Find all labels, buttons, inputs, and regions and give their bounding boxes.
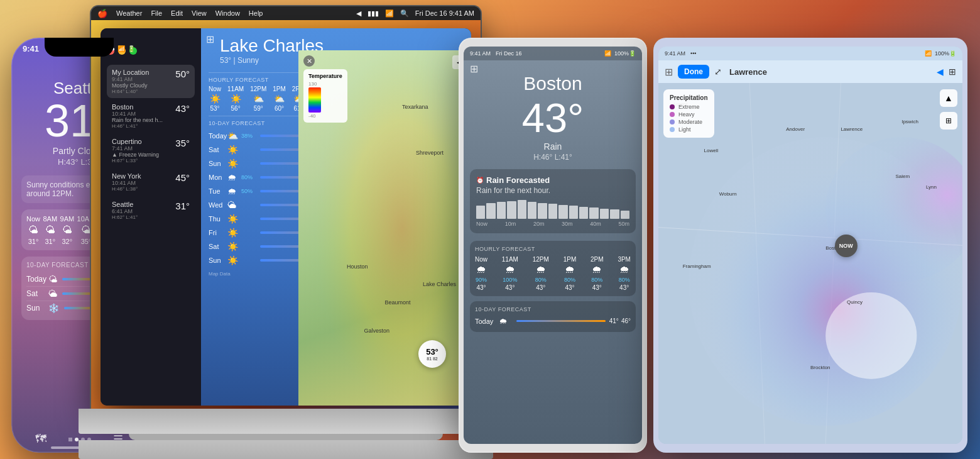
- legend-title: Temperature: [308, 73, 342, 79]
- map-city-andover: Andover: [786, 126, 805, 132]
- sidebar-loc-hilo: H:67° L:33°: [112, 158, 190, 163]
- daily-icon: ☀️: [227, 241, 241, 252]
- ipad-hourly-item: 1PM 🌧 80% 43°: [564, 256, 577, 291]
- forecast-icon: ❄️: [48, 303, 59, 313]
- map-city-galveston: Galveston: [364, 328, 390, 334]
- nav-arrow-icon: ▲: [944, 93, 953, 103]
- rain-bar: [497, 202, 506, 219]
- expand-icon[interactable]: ⤢: [714, 67, 722, 77]
- map-close-button[interactable]: ✕: [303, 55, 315, 67]
- macbook-base: [79, 409, 493, 434]
- wifi-status: 📶: [385, 9, 394, 18]
- sidebar-location-cupertino[interactable]: 35° Cupertino 7:41 AM ▲ Freeze Warning H…: [107, 134, 195, 167]
- menu-help[interactable]: Help: [249, 9, 263, 17]
- map-icon[interactable]: 🗺: [35, 433, 46, 446]
- menu-view[interactable]: View: [192, 9, 207, 17]
- weather-app-window: 50° My Location 9:41 AM Mostly Cloudy H:…: [101, 28, 471, 406]
- ipad-hourly-row: Now 🌧 90% 43° 11AM 🌧 100% 43° 12PM 🌧 80%…: [475, 256, 631, 291]
- forecast-day: Sun: [26, 304, 48, 312]
- hour-time: Now: [475, 256, 487, 263]
- sidebar-loc-condition: ▲ Freeze Warning: [112, 152, 190, 158]
- sidebar-temp: 50°: [175, 69, 190, 79]
- sidebar-loc-condition: Mostly Cloudy: [112, 82, 190, 89]
- hour-label: 9AM: [60, 215, 75, 223]
- sidebar-loc-hilo: H:46° L:41°: [112, 123, 190, 129]
- map-city-houston: Houston: [347, 263, 368, 270]
- rain-bar: [558, 205, 567, 219]
- hour-icon: 🌤: [28, 224, 38, 236]
- weather-main-content: ⊞ Lake Charles 53° | Sunny HOURLY FORECA…: [201, 28, 471, 406]
- sidebar-location-my-location[interactable]: 50° My Location 9:41 AM Mostly Cloudy H:…: [107, 65, 195, 98]
- menu-file[interactable]: File: [151, 9, 162, 17]
- location-nav-icon[interactable]: ◀: [937, 67, 944, 77]
- daily-day: Sun: [209, 160, 227, 167]
- macbook-device: 🍎 Weather File Edit View Window Help ◀ ▮…: [79, 0, 493, 459]
- ipad-map-toolbar: ⊞ Done ⤢ Lawrence ◀ ⊞: [658, 60, 962, 83]
- ipad-hourly-item: 2PM 🌧 80% 43°: [591, 256, 604, 291]
- rain-bar: [507, 201, 516, 219]
- hour-pct: 80%: [564, 277, 575, 283]
- daily-day: Sat: [209, 243, 227, 250]
- rain-forecast-title: Rain Forecasted: [486, 175, 550, 185]
- map-location-button[interactable]: ▲: [940, 89, 957, 107]
- map-right-buttons: ◀ ⊞: [937, 67, 956, 77]
- ipad-forecast-row: Today 🌧 41° 46°: [475, 315, 631, 327]
- forecast-hi: 46°: [621, 318, 631, 324]
- daily-icon: 🌧: [227, 186, 241, 196]
- hour-time: 1PM: [564, 256, 577, 263]
- svg-point-7: [825, 292, 917, 379]
- apple-menu-icon[interactable]: 🍎: [97, 9, 107, 18]
- sidebar-location-boston[interactable]: 43° Boston 10:41 AM Rain for the next h.…: [107, 99, 195, 133]
- battery-icon: 🔋: [128, 45, 135, 52]
- ipad-date: Fri Dec 16: [496, 50, 522, 57]
- ipad-time: 9:41 AM: [470, 50, 491, 57]
- sidebar-loc-hilo: H:62° L:41°: [112, 214, 190, 220]
- legend-extreme: Extreme: [670, 104, 708, 110]
- rain-forecast-subtitle: Rain for the next hour.: [476, 186, 629, 195]
- bubble-sub: 81 82: [427, 357, 438, 361]
- daily-day: Sat: [209, 146, 227, 153]
- ipad-forecast-section: 10-DAY FORECAST Today 🌧 41° 46°: [470, 301, 636, 332]
- sidebar-location-seattle[interactable]: 31° Seattle 6:41 AM H:62° L:41°: [107, 197, 195, 224]
- hour-icon: 🌤: [45, 224, 55, 236]
- legend-val: 130: [308, 81, 342, 87]
- hour-time: Now: [209, 86, 221, 92]
- menu-weather[interactable]: Weather: [116, 9, 142, 17]
- sidebar-toggle-icon[interactable]: ⊞: [665, 66, 673, 78]
- map-layers-button[interactable]: ⊞: [940, 112, 957, 130]
- spotlight-icon[interactable]: 🔍: [400, 9, 409, 18]
- moderate-label: Moderate: [678, 119, 702, 125]
- sidebar-location-newyork[interactable]: 45° New York 10:41 AM H:46° L:38°: [107, 169, 195, 196]
- sidebar-temp: 45°: [175, 172, 190, 183]
- ipad-sidebar-toggle[interactable]: ⊞: [470, 63, 478, 75]
- ipad-city: Boston: [464, 60, 642, 94]
- now-label: NOW: [839, 243, 853, 249]
- macbook-chin: [129, 434, 443, 440]
- hour-temp: 31°: [45, 238, 55, 245]
- hour-temp: 53°: [210, 105, 219, 112]
- map-background: Temperature 130 -40 Texarkana Shreveport…: [298, 50, 471, 406]
- iphone-hourly-item: Now 🌤 31°: [26, 215, 40, 245]
- done-button[interactable]: Done: [678, 65, 709, 79]
- menu-window[interactable]: Window: [215, 9, 240, 17]
- battery-icon: 100%🔋: [614, 50, 636, 57]
- hour-icon: 🌧: [592, 264, 602, 275]
- hour-time: 12PM: [250, 86, 266, 92]
- hour-icon: ☀️: [231, 94, 241, 104]
- hour-temp: 60°: [275, 105, 284, 112]
- sidebar-loc-condition: Rain for the next h...: [112, 117, 190, 123]
- sidebar-toggle-icon[interactable]: ⊞: [206, 33, 214, 45]
- legend-val: -40: [308, 113, 342, 119]
- light-dot: [670, 127, 675, 132]
- legend-gradient: [308, 87, 321, 113]
- ipad-hourly-item: 3PM 🌧 80% 43°: [618, 256, 631, 291]
- map-temp-bubble: 53° 81 82: [418, 340, 446, 368]
- iphone-hourly-item: 8AM 🌤 31°: [43, 215, 57, 245]
- daily-pct: 50%: [241, 188, 256, 194]
- forecast-day: Sat: [26, 289, 48, 298]
- layers-icon[interactable]: ⊞: [949, 67, 956, 77]
- menu-edit[interactable]: Edit: [171, 9, 183, 17]
- macbook-menubar: 🍎 Weather File Edit View Window Help ◀ ▮…: [91, 6, 481, 20]
- rain-bar: [569, 206, 578, 219]
- ipad-map-dots: •••: [690, 50, 696, 57]
